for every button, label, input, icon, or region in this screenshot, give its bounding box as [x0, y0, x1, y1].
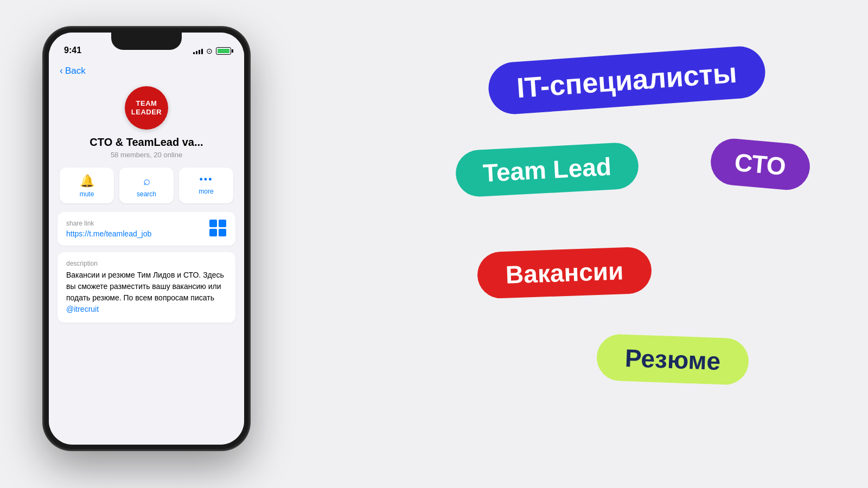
screen-content: ‹ Back TEAM LEADER CTO & TeamLead va... … — [49, 59, 244, 445]
phone-notch — [111, 33, 182, 50]
back-label: Back — [65, 66, 86, 76]
tags-area: IT-специалисты Team Lead СТО Вакансии Ре… — [445, 43, 835, 445]
phone-frame: 9:41 ⊙ — [43, 27, 250, 450]
share-link-url[interactable]: https://t.me/teamlead_job — [66, 229, 151, 238]
tag-it-specialists[interactable]: IT-специалисты — [487, 44, 767, 115]
tag-resume[interactable]: Резюме — [596, 333, 750, 386]
share-link-row: share link https://t.me/teamlead_job — [66, 220, 227, 238]
signal-bar-4 — [201, 49, 203, 54]
signal-bar-3 — [199, 50, 200, 54]
mute-button[interactable]: 🔔 mute — [60, 168, 114, 203]
signal-bars-icon — [193, 48, 203, 54]
back-chevron-icon: ‹ — [60, 65, 63, 76]
description-text: Вакансии и резюме Тим Лидов и СТО. Здесь… — [66, 269, 227, 315]
search-label: search — [137, 190, 156, 198]
signal-bar-2 — [196, 51, 197, 54]
share-link-card: share link https://t.me/teamlead_job — [58, 212, 235, 246]
description-label: description — [66, 260, 227, 267]
mute-icon: 🔔 — [80, 174, 94, 188]
description-card: description Вакансии и резюме Тим Лидов … — [58, 252, 235, 323]
mention-link[interactable]: @itrecruit — [66, 305, 99, 313]
back-button[interactable]: ‹ Back — [60, 65, 86, 76]
share-link-content: share link https://t.me/teamlead_job — [66, 220, 151, 238]
tag-cto[interactable]: СТО — [709, 137, 812, 192]
mute-label: mute — [80, 190, 94, 198]
tag-team-lead[interactable]: Team Lead — [455, 142, 640, 198]
group-meta: 58 members, 20 online — [111, 151, 182, 159]
profile-section: TEAM LEADER CTO & TeamLead va... 58 memb… — [49, 81, 244, 168]
avatar: TEAM LEADER — [125, 86, 168, 130]
share-link-label: share link — [66, 220, 151, 227]
action-buttons: 🔔 mute ⌕ search ••• more — [49, 168, 244, 212]
nav-bar: ‹ Back — [49, 59, 244, 81]
status-icons: ⊙ — [193, 47, 231, 55]
phone-screen: 9:41 ⊙ — [49, 33, 244, 445]
status-time: 9:41 — [64, 46, 81, 55]
search-button[interactable]: ⌕ search — [119, 168, 174, 203]
more-label: more — [199, 188, 213, 195]
battery-fill — [218, 49, 229, 53]
search-icon: ⌕ — [143, 174, 150, 188]
group-name: CTO & TeamLead va... — [90, 136, 203, 149]
avatar-text: TEAM LEADER — [131, 99, 162, 116]
phone-mockup: 9:41 ⊙ — [43, 27, 271, 472]
more-button[interactable]: ••• more — [179, 168, 233, 203]
battery-icon — [216, 47, 231, 55]
qr-code-icon[interactable] — [209, 220, 227, 237]
tag-vacancies[interactable]: Вакансии — [477, 246, 653, 299]
wifi-icon: ⊙ — [206, 47, 213, 55]
signal-bar-1 — [193, 52, 195, 54]
more-icon: ••• — [200, 174, 213, 185]
